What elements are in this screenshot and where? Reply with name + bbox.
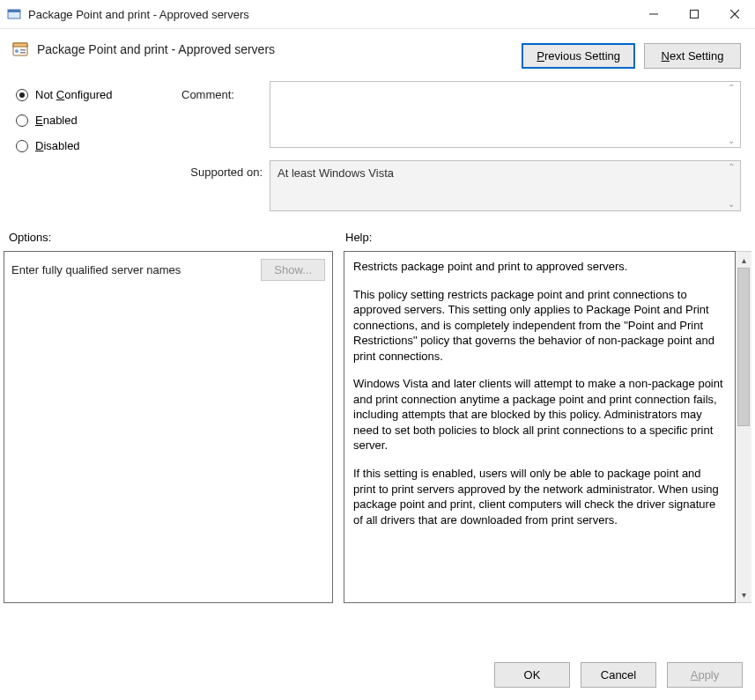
scroll-up-icon[interactable]: ▴: [736, 252, 751, 268]
section-labels: Options: Help:: [0, 211, 755, 251]
radio-not-configured[interactable]: Not Configured: [16, 88, 166, 101]
svg-rect-10: [20, 52, 26, 54]
radio-label: Enabled: [35, 114, 78, 127]
supported-on-value: At least Windows Vista: [278, 166, 394, 180]
svg-rect-3: [691, 11, 699, 18]
chevron-down-icon[interactable]: ⌄: [728, 136, 736, 145]
help-paragraph: This policy setting restricts package po…: [353, 287, 726, 365]
radio-enabled[interactable]: Enabled: [16, 114, 166, 127]
header-row: Package Point and print - Approved serve…: [0, 29, 755, 76]
chevron-up-icon[interactable]: ⌃: [728, 84, 736, 92]
show-button[interactable]: Show...: [261, 259, 325, 281]
supported-on-value-box: At least Windows Vista ⌃ ⌄: [270, 160, 741, 211]
panels: Enter fully qualified server names Show.…: [0, 251, 755, 650]
policy-icon: [12, 41, 28, 57]
titlebar: Package Point and print - Approved serve…: [0, 0, 755, 28]
help-paragraph: Restricts package point and print to app…: [353, 259, 726, 275]
supported-on-label: Supported on:: [181, 160, 270, 179]
dialog-window: Package Point and print - Approved serve…: [0, 0, 755, 700]
dialog-footer: OK Cancel Apply: [0, 650, 755, 700]
svg-point-8: [15, 49, 19, 53]
options-entry-label: Enter fully qualified server names: [11, 263, 181, 276]
scroll-down-icon[interactable]: ▾: [736, 586, 751, 602]
window-title: Package Point and print - Approved serve…: [28, 8, 249, 21]
svg-rect-1: [8, 10, 20, 12]
help-paragraph: Windows Vista and later clients will att…: [353, 376, 726, 453]
previous-setting-button[interactable]: Previous Setting: [522, 43, 635, 69]
app-icon: [7, 7, 21, 21]
radio-label: Disabled: [35, 139, 80, 152]
policy-title: Package Point and print - Approved serve…: [37, 42, 275, 56]
comment-label: Comment:: [181, 81, 270, 101]
help-panel: Restricts package point and print to app…: [344, 251, 736, 603]
svg-rect-7: [13, 43, 27, 47]
maximize-button[interactable]: [674, 0, 714, 28]
comment-textarea[interactable]: ⌃ ⌄: [270, 81, 741, 148]
scrollbar-thumb[interactable]: [737, 268, 750, 426]
chevron-up-icon: ⌃: [728, 163, 736, 172]
minimize-button[interactable]: [633, 0, 674, 28]
radio-icon: [16, 114, 28, 127]
state-radios: Not Configured Enabled Disabled: [16, 81, 166, 211]
radio-disabled[interactable]: Disabled: [16, 139, 166, 152]
radio-icon: [16, 89, 28, 101]
options-section-label: Options:: [9, 231, 345, 244]
chevron-down-icon: ⌄: [728, 200, 736, 209]
config-block: Not Configured Enabled Disabled Comment:…: [0, 76, 755, 211]
apply-button[interactable]: Apply: [667, 662, 743, 688]
svg-rect-9: [20, 49, 26, 51]
radio-icon: [16, 140, 28, 152]
close-button[interactable]: [714, 0, 755, 28]
next-setting-button[interactable]: Next Setting: [644, 43, 741, 69]
radio-label: Not Configured: [35, 88, 112, 101]
help-paragraph: If this setting is enabled, users will o…: [353, 466, 726, 527]
help-section-label: Help:: [345, 231, 741, 244]
ok-button[interactable]: OK: [494, 662, 570, 688]
help-scrollbar[interactable]: ▴ ▾: [736, 251, 751, 603]
options-panel: Enter fully qualified server names Show.…: [4, 251, 333, 603]
cancel-button[interactable]: Cancel: [581, 662, 656, 688]
